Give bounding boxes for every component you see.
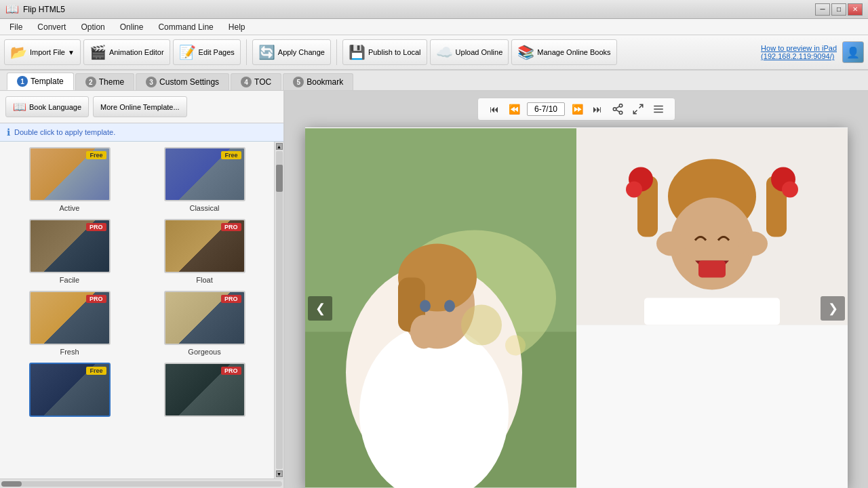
titlebar: 📖 Flip HTML5 ─ □ ✕ xyxy=(0,0,868,19)
tab-num-template: 1 xyxy=(17,76,28,87)
ipad-link-line1[interactable]: How to preview in iPad xyxy=(761,44,837,52)
titlebar-left: 📖 Flip HTML5 xyxy=(5,3,65,16)
tab-custom-settings[interactable]: 3 Custom Settings xyxy=(136,73,229,90)
scroll-up-button[interactable]: ▲ xyxy=(276,143,283,150)
app-title: Flip HTML5 xyxy=(23,5,65,14)
template-item-gorgeous[interactable]: PRO Gorgeous xyxy=(140,291,269,356)
book-language-button[interactable]: 📖 Book Language xyxy=(5,96,89,117)
menu-option[interactable]: Option xyxy=(74,21,111,33)
menu-commandline[interactable]: Command Line xyxy=(151,21,220,33)
nav-next-icon: ❯ xyxy=(828,301,838,316)
import-file-label: Import File xyxy=(30,48,65,56)
edit-pages-label: Edit Pages xyxy=(199,48,235,56)
template-grid: Free Active Free Classical PRO xyxy=(0,142,274,479)
tab-num-custom: 3 xyxy=(146,77,157,87)
svg-point-21 xyxy=(461,305,502,346)
tab-num-bookmark: 5 xyxy=(293,77,304,87)
template-badge-8: PRO xyxy=(221,367,241,375)
player-fullscreen-button[interactable] xyxy=(630,101,646,117)
edit-pages-button[interactable]: 📝 Edit Pages xyxy=(173,39,241,65)
player-controls: ⏮ ⏪ 6-7/10 ⏩ ⏭ xyxy=(477,98,675,121)
more-online-template-button[interactable]: More Online Template... xyxy=(93,96,187,117)
info-bar: ℹ Double click to apply template. xyxy=(0,123,283,142)
manage-online-button[interactable]: 📚 Manage Online Books xyxy=(511,39,616,65)
publish-local-button[interactable]: 💾 Publish to Local xyxy=(342,39,427,65)
ipad-preview-link[interactable]: How to preview in iPad (192.168.2.119:90… xyxy=(761,44,837,60)
scroll-thumb[interactable] xyxy=(276,165,283,192)
animation-editor-label: Animation Editor xyxy=(109,48,164,56)
template-thumb-fresh[interactable]: PRO xyxy=(29,291,111,345)
publish-local-label: Publish to Local xyxy=(368,48,421,56)
svg-point-1 xyxy=(613,108,616,111)
template-item-8[interactable]: PRO xyxy=(140,363,269,420)
scroll-down-button[interactable]: ▼ xyxy=(276,470,283,477)
horizontal-scrollbar[interactable] xyxy=(0,479,283,488)
tab-template[interactable]: 1 Template xyxy=(7,73,74,90)
animation-editor-button[interactable]: 🎬 Animation Editor xyxy=(83,39,170,65)
tab-label-template: Template xyxy=(31,77,64,86)
template-badge-gorgeous: PRO xyxy=(221,295,241,303)
template-thumb-gorgeous[interactable]: PRO xyxy=(164,291,245,345)
info-icon: ℹ xyxy=(7,127,10,138)
close-button[interactable]: ✕ xyxy=(848,3,863,16)
tabbar: 1 Template 2 Theme 3 Custom Settings 4 T… xyxy=(0,70,868,91)
menu-help[interactable]: Help xyxy=(222,21,252,33)
hscroll-track[interactable] xyxy=(1,481,282,487)
template-item-active[interactable]: Free Active xyxy=(5,147,134,212)
import-file-button[interactable]: 📂 Import File ▼ xyxy=(4,39,81,65)
player-share-button[interactable] xyxy=(610,101,626,117)
template-item-fresh[interactable]: PRO Fresh xyxy=(5,291,134,356)
player-skip-start-button[interactable]: ⏮ xyxy=(486,101,502,117)
menu-online[interactable]: Online xyxy=(113,21,151,33)
svg-line-5 xyxy=(639,104,643,108)
template-thumb-7[interactable]: Free xyxy=(29,363,111,417)
publish-local-icon: 💾 xyxy=(349,44,366,60)
template-item-float[interactable]: PRO Float xyxy=(140,219,269,284)
template-thumb-active[interactable]: Free xyxy=(29,147,111,201)
tab-theme[interactable]: 2 Theme xyxy=(75,73,134,90)
template-name-float: Float xyxy=(196,276,212,284)
template-item-classical[interactable]: Free Classical xyxy=(140,147,269,212)
apply-change-label: Apply Change xyxy=(278,48,325,56)
user-avatar[interactable]: 👤 xyxy=(842,41,864,63)
svg-point-36 xyxy=(656,232,686,256)
nav-prev-arrow[interactable]: ❮ xyxy=(308,296,332,321)
player-prev-button[interactable]: ⏪ xyxy=(507,101,523,117)
apply-change-button[interactable]: 🔄 Apply Change xyxy=(252,39,331,65)
tab-toc[interactable]: 4 TOC xyxy=(231,73,281,90)
template-name-facile: Facile xyxy=(60,276,79,284)
tab-num-toc: 4 xyxy=(241,77,252,87)
player-next-button[interactable]: ⏩ xyxy=(569,101,585,117)
svg-line-3 xyxy=(616,110,619,112)
template-thumb-classical[interactable]: Free xyxy=(164,147,245,201)
titlebar-controls: ─ □ ✕ xyxy=(815,3,863,16)
scroll-track[interactable] xyxy=(276,151,283,469)
template-thumb-8[interactable]: PRO xyxy=(164,363,245,417)
minimize-button[interactable]: ─ xyxy=(815,3,830,16)
hscroll-thumb[interactable] xyxy=(1,481,22,487)
template-item-7[interactable]: Free xyxy=(5,363,134,420)
template-thumb-facile[interactable]: PRO xyxy=(29,219,111,273)
tab-bookmark[interactable]: 5 Bookmark xyxy=(283,73,353,90)
template-badge-classical: Free xyxy=(221,151,241,159)
nav-next-arrow[interactable]: ❯ xyxy=(821,296,845,321)
template-name-fresh: Fresh xyxy=(60,348,79,356)
svg-point-2 xyxy=(619,111,623,115)
template-thumb-float[interactable]: PRO xyxy=(164,219,245,273)
vertical-scrollbar[interactable]: ▲ ▼ xyxy=(274,142,283,479)
upload-online-button[interactable]: ☁️ Upload Online xyxy=(430,39,509,65)
maximize-button[interactable]: □ xyxy=(831,3,846,16)
template-item-facile[interactable]: PRO Facile xyxy=(5,219,134,284)
left-panel: 📖 Book Language More Online Template... … xyxy=(0,91,285,488)
player-menu-button[interactable] xyxy=(650,101,667,117)
import-file-arrow[interactable]: ▼ xyxy=(68,49,75,56)
menu-convert[interactable]: Convert xyxy=(31,21,73,33)
page-indicator: 6-7/10 xyxy=(527,102,565,116)
menu-file[interactable]: File xyxy=(3,21,29,33)
svg-point-37 xyxy=(738,232,768,256)
svg-rect-34 xyxy=(698,261,726,278)
ipad-link-line2[interactable]: (192.168.2.119:9094/) xyxy=(761,52,837,60)
left-page-photo xyxy=(305,127,576,488)
player-skip-end-button[interactable]: ⏭ xyxy=(589,101,606,117)
svg-line-4 xyxy=(616,106,619,108)
